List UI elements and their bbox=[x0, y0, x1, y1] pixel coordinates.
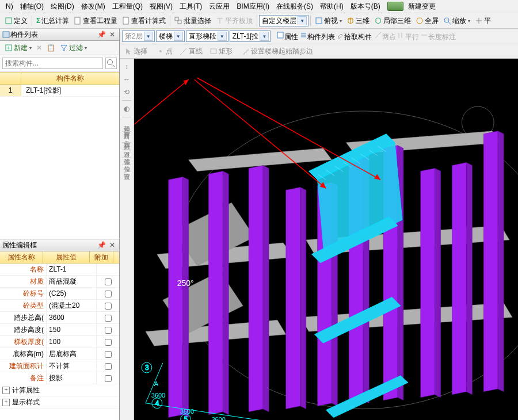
prop-extra[interactable] bbox=[97, 360, 119, 372]
prop-value[interactable]: 150 bbox=[47, 324, 97, 335]
prop-value[interactable]: (C25) bbox=[47, 288, 97, 299]
property-row[interactable]: 梯板厚度(100 bbox=[0, 336, 119, 348]
close-icon[interactable]: ✕ bbox=[108, 241, 117, 249]
length-dim-button[interactable]: 长度标注 bbox=[420, 31, 456, 42]
prop-extra[interactable] bbox=[97, 312, 119, 323]
prop-checkbox[interactable] bbox=[105, 315, 112, 322]
property-row[interactable]: 建筑面积计不计算 bbox=[0, 360, 119, 372]
prop-checkbox[interactable] bbox=[105, 327, 112, 334]
select-button[interactable]: 选择 bbox=[122, 46, 150, 57]
zoom-button[interactable]: 缩放▾ bbox=[441, 15, 473, 27]
close-icon[interactable]: ✕ bbox=[108, 30, 117, 39]
prop-value[interactable]: 层底标高 bbox=[47, 348, 97, 360]
menu-cloud[interactable]: 云应用 bbox=[205, 2, 233, 12]
parallel-button[interactable]: 平行 bbox=[397, 31, 419, 42]
three-d-button[interactable]: 三维 bbox=[344, 15, 372, 27]
property-row[interactable]: 备注投影 bbox=[0, 372, 119, 384]
view-formula-button[interactable]: 查看计算式 bbox=[120, 15, 168, 27]
prop-value[interactable]: 商品混凝 bbox=[47, 276, 97, 287]
menu-modify[interactable]: 修改(M) bbox=[78, 2, 109, 12]
category-select[interactable]: 楼梯▼ bbox=[156, 30, 185, 42]
property-button[interactable]: 属性 bbox=[276, 31, 298, 42]
property-row[interactable]: 砼标号(C25) bbox=[0, 288, 119, 300]
context-toolbar: 第2层▼ 楼梯▼ 直形梯段▼ ZLT-1[投▼ 属性 构件列表 拾取构件 两点 … bbox=[120, 29, 518, 44]
prop-value[interactable]: 100 bbox=[47, 336, 97, 348]
local-3d-button[interactable]: 局部三维 bbox=[372, 15, 413, 27]
property-row[interactable]: 砼类型(混凝土20 bbox=[0, 300, 119, 312]
pin-icon[interactable]: 📌 bbox=[96, 30, 108, 39]
prop-value[interactable]: 3600 bbox=[47, 312, 97, 323]
new-change-button[interactable]: 新建变更 bbox=[384, 2, 443, 12]
prop-extra[interactable] bbox=[97, 288, 119, 299]
vtool-btn[interactable]: ↕ bbox=[121, 61, 132, 72]
type-select[interactable]: 直形梯段▼ bbox=[186, 30, 228, 42]
view-mode-button[interactable]: 俯视▾ bbox=[313, 15, 344, 27]
prop-checkbox[interactable] bbox=[105, 351, 112, 358]
menu-quantity[interactable]: 工程量(Q) bbox=[109, 2, 146, 12]
two-point-button[interactable]: 两点 bbox=[374, 31, 396, 42]
prop-extra[interactable] bbox=[97, 276, 119, 287]
prop-checkbox[interactable] bbox=[105, 363, 112, 370]
search-icon[interactable] bbox=[105, 58, 117, 69]
pan-button[interactable]: 平 bbox=[473, 15, 493, 27]
new-member-button[interactable]: +新建▾ bbox=[2, 43, 34, 54]
prop-value[interactable]: 不计算 bbox=[47, 360, 97, 372]
menu-item[interactable]: N) bbox=[2, 2, 17, 10]
pin-icon[interactable]: 📌 bbox=[96, 241, 108, 249]
menu-online[interactable]: 在线服务(S) bbox=[273, 2, 317, 12]
property-row[interactable]: 名称ZLT-1 bbox=[0, 264, 119, 276]
define-button[interactable]: 定义 bbox=[2, 15, 30, 27]
filter-button[interactable]: 过滤▾ bbox=[58, 43, 89, 54]
vtool-btn[interactable]: ↔ bbox=[121, 74, 132, 85]
pick-member-button[interactable]: 拾取构件 bbox=[336, 31, 372, 42]
property-row[interactable]: 材质商品混凝 bbox=[0, 276, 119, 288]
prop-extra[interactable] bbox=[97, 300, 119, 311]
prop-checkbox[interactable] bbox=[105, 278, 112, 285]
point-button[interactable]: 点 bbox=[154, 46, 175, 57]
member-row[interactable]: 1 ZLT-1[投影] bbox=[0, 85, 119, 97]
batch-select-button[interactable]: 批量选择 bbox=[172, 15, 214, 27]
expand-calc-props[interactable]: + 计算属性 bbox=[0, 384, 119, 396]
menu-version[interactable]: 版本号(B) bbox=[347, 2, 384, 12]
property-row[interactable]: 底标高(m)层底标高 bbox=[0, 348, 119, 360]
prop-extra[interactable] bbox=[97, 324, 119, 335]
menu-bim[interactable]: BIM应用(I) bbox=[233, 2, 273, 12]
level-top-button[interactable]: 平齐板顶 bbox=[214, 15, 255, 27]
vtool-btn[interactable]: ⟲ bbox=[121, 86, 132, 98]
line-button[interactable]: 直线 bbox=[177, 46, 205, 57]
prop-extra[interactable] bbox=[97, 264, 119, 275]
prop-checkbox[interactable] bbox=[105, 303, 112, 310]
prop-value[interactable]: 投影 bbox=[47, 372, 97, 384]
copy-button[interactable]: 📋 bbox=[44, 43, 58, 52]
prop-value[interactable]: (混凝土20 bbox=[47, 300, 97, 311]
prop-value[interactable]: ZLT-1 bbox=[47, 264, 97, 275]
define-icon bbox=[5, 17, 13, 25]
view-qty-button[interactable]: 查看工程量 bbox=[71, 15, 120, 27]
prop-extra[interactable] bbox=[97, 336, 119, 348]
prop-checkbox[interactable] bbox=[105, 291, 112, 297]
menu-tools[interactable]: 工具(T) bbox=[176, 2, 205, 12]
menu-aux-axis[interactable]: 辅轴(O) bbox=[17, 2, 47, 12]
member-list-button[interactable]: 构件列表 bbox=[299, 31, 335, 42]
delete-button[interactable]: ✕ bbox=[34, 43, 44, 52]
rect-button[interactable]: 矩形 bbox=[207, 46, 235, 57]
instance-select[interactable]: ZLT-1[投▼ bbox=[230, 30, 271, 42]
fullscreen-button[interactable]: 全屏 bbox=[413, 15, 441, 27]
expand-display-style[interactable]: + 显示样式 bbox=[0, 396, 119, 408]
property-row[interactable]: 踏步高度(150 bbox=[0, 324, 119, 336]
prop-extra[interactable] bbox=[97, 348, 119, 360]
prop-extra[interactable] bbox=[97, 372, 119, 384]
menu-help[interactable]: 帮助(H) bbox=[317, 2, 347, 12]
prop-checkbox[interactable] bbox=[105, 375, 112, 382]
menu-draw[interactable]: 绘图(D) bbox=[47, 2, 78, 12]
vtool-btn[interactable]: ◐ bbox=[121, 103, 132, 114]
floor-select[interactable]: 第2层▼ bbox=[122, 30, 155, 42]
3d-viewport[interactable]: A 3600 3600 3600 3600 3600 1800 3 4 5 6 bbox=[134, 59, 518, 420]
sum-calc-button[interactable]: Σ 汇总计算 bbox=[34, 15, 71, 27]
floor-combo[interactable]: 自定义楼层▼ bbox=[259, 15, 308, 26]
property-row[interactable]: 踏步总高(3600 bbox=[0, 312, 119, 324]
prop-checkbox[interactable] bbox=[105, 339, 112, 346]
member-search-input[interactable] bbox=[2, 58, 103, 69]
menu-view[interactable]: 视图(V) bbox=[146, 2, 176, 12]
stair-start-button[interactable]: 设置楼梯起始踏步边 bbox=[239, 46, 315, 57]
